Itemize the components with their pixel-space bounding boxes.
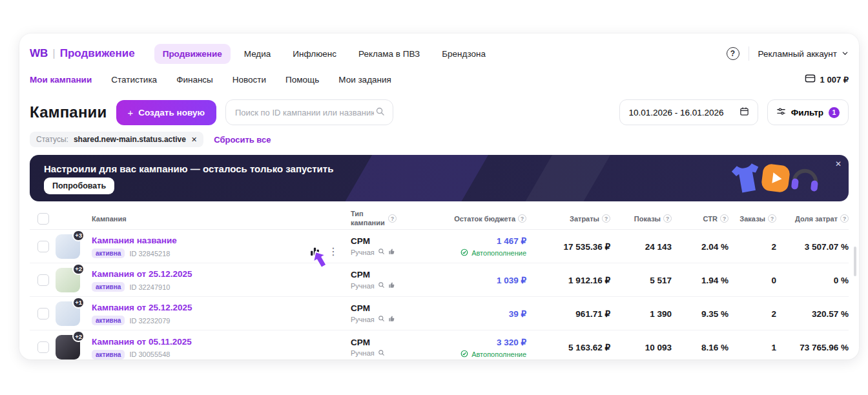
date-range-value: 10.01.2026 - 16.01.2026 — [628, 108, 723, 117]
row-checkbox[interactable] — [37, 341, 49, 353]
search-placement-icon — [378, 315, 385, 323]
row-checkbox[interactable] — [37, 308, 49, 319]
subnav-my-tasks[interactable]: Мои задания — [338, 75, 391, 85]
subnav-news[interactable]: Новости — [232, 75, 266, 85]
hint-icon[interactable]: ? — [840, 214, 849, 223]
header-type: Тип кампании ? — [351, 210, 429, 227]
header-share: Доля затрат? — [776, 214, 849, 223]
header-ctr: CTR? — [672, 214, 728, 223]
autorefill-label: Автопополнение — [471, 249, 526, 257]
chip-value: shared.new-main.status.active — [74, 135, 186, 144]
account-switcher[interactable]: Рекламный аккаунт — [758, 49, 849, 59]
table-row: +2 Кампания от 05.11.2025 активна ID 300… — [30, 330, 849, 360]
share-value: 0 % — [834, 276, 849, 285]
subnav-statistics[interactable]: Статистика — [111, 75, 157, 85]
subnav-my-campaigns[interactable]: Мои кампании — [30, 75, 92, 85]
thumbnail-count-badge: +2 — [72, 330, 85, 342]
campaign-thumbnail: +2 — [56, 335, 80, 360]
help-icon[interactable]: ? — [727, 47, 739, 60]
hint-icon[interactable]: ? — [518, 214, 526, 223]
hint-icon[interactable]: ? — [663, 214, 672, 223]
campaign-name-link[interactable]: Кампания название — [92, 236, 177, 245]
ctr-value: 8.16 % — [701, 343, 728, 352]
orders-value: 0 — [771, 276, 776, 285]
create-campaign-button[interactable]: + Создать новую — [116, 100, 216, 125]
vertical-scrollbar[interactable] — [854, 247, 856, 276]
status-badge: активна — [92, 282, 125, 292]
filter-label: Фильтр — [791, 108, 823, 117]
campaign-id: ID 30055548 — [129, 350, 170, 358]
campaign-type: CPM — [351, 236, 429, 246]
main-card: WB | Продвижение Продвижение Медиа Инфлю… — [19, 34, 859, 360]
hint-icon[interactable]: ? — [720, 214, 728, 223]
statistics-bars-icon[interactable] — [309, 246, 320, 257]
campaign-name-link[interactable]: Кампания от 05.11.2025 — [92, 337, 192, 347]
search-input[interactable] — [234, 107, 375, 118]
views-value: 1 390 — [650, 309, 672, 319]
search-box — [225, 99, 393, 125]
campaign-name-link[interactable]: Кампания от 25.12.2025 — [92, 303, 192, 312]
subnav-finances[interactable]: Финансы — [176, 75, 213, 85]
table-row: +2 Кампания от 25.12.2025 активна ID 322… — [30, 263, 849, 297]
search-placement-icon — [378, 281, 385, 290]
subnav-help[interactable]: Помощь — [285, 75, 319, 85]
views-value: 5 517 — [650, 276, 672, 285]
account-label: Рекламный аккаунт — [758, 49, 837, 59]
page-title: Кампании — [30, 103, 107, 121]
brand-divider: | — [52, 47, 55, 60]
tab-influence[interactable]: Инфлюенс — [284, 44, 345, 64]
row-checkbox[interactable] — [37, 241, 49, 252]
balance-chip[interactable]: 1 007 ₽ — [805, 74, 849, 85]
type-mode: Ручная — [351, 248, 375, 256]
banner-close-icon[interactable]: ✕ — [835, 159, 842, 168]
brand-wb: WB — [30, 47, 48, 60]
banner-decor-stripe — [508, 155, 625, 201]
chip-close-icon[interactable]: ✕ — [191, 136, 197, 144]
chip-prefix: Статусы: — [36, 135, 68, 144]
subnav-items: Мои кампании Статистика Финансы Новости … — [30, 75, 391, 85]
calendar-icon — [739, 106, 749, 118]
costs-value: 961.71 ₽ — [575, 309, 610, 319]
status-badge: активна — [92, 248, 125, 258]
header-orders: Заказы? — [728, 214, 776, 223]
hint-icon[interactable]: ? — [388, 214, 397, 223]
share-value: 73 765.96 % — [800, 343, 849, 352]
hint-icon[interactable]: ? — [602, 214, 610, 223]
date-range-picker[interactable]: 10.01.2026 - 16.01.2026 — [619, 99, 758, 125]
thumbnail-count-badge: +1 — [72, 297, 85, 309]
row-checkbox[interactable] — [37, 274, 49, 286]
row-actions: ⋮ — [309, 230, 351, 263]
kebab-menu-icon[interactable]: ⋮ — [328, 247, 338, 257]
campaign-id: ID 32845218 — [129, 250, 170, 258]
tab-promotion[interactable]: Продвижение — [154, 44, 231, 64]
brand-logo: WB | Продвижение — [30, 47, 135, 60]
campaign-type: CPM — [351, 338, 429, 347]
search-icon — [375, 106, 385, 119]
type-mode: Ручная — [351, 349, 375, 357]
hint-icon[interactable]: ? — [768, 214, 776, 223]
status-badge: активна — [92, 316, 125, 325]
campaign-name-link[interactable]: Кампания от 25.12.2025 — [92, 269, 192, 279]
topnav-right: ? Рекламный аккаунт — [727, 46, 849, 61]
balance-value: 1 007 ₽ — [820, 75, 849, 85]
status-badge: активна — [92, 350, 125, 360]
views-value: 10 093 — [645, 343, 672, 352]
orders-value: 1 — [771, 343, 776, 352]
check-circle-icon — [460, 350, 468, 359]
filter-button[interactable]: Фильтр 1 — [767, 99, 849, 125]
active-filters-row: Статусы: shared.new-main.status.active ✕… — [30, 132, 849, 147]
check-circle-icon — [460, 248, 468, 258]
tab-media[interactable]: Медиа — [236, 44, 280, 64]
table-header: Кампания Тип кампании ? Остаток бюджета?… — [30, 208, 849, 230]
banner-try-button[interactable]: Попробовать — [44, 177, 114, 194]
top-tabs: Продвижение Медиа Инфлюенс Реклама в ПВЗ… — [154, 44, 494, 64]
tab-brandzone[interactable]: Брендзона — [433, 44, 494, 64]
banner-decor-stripe — [327, 155, 503, 201]
reset-all-link[interactable]: Сбросить все — [214, 135, 271, 145]
tab-pvz-ads[interactable]: Реклама в ПВЗ — [350, 44, 428, 64]
type-mode: Ручная — [351, 316, 375, 323]
thumbnail-count-badge: +3 — [72, 230, 85, 241]
select-all-checkbox[interactable] — [37, 213, 49, 225]
ctr-value: 1.94 % — [701, 276, 728, 285]
header-budget: Остаток бюджета? — [429, 214, 526, 223]
